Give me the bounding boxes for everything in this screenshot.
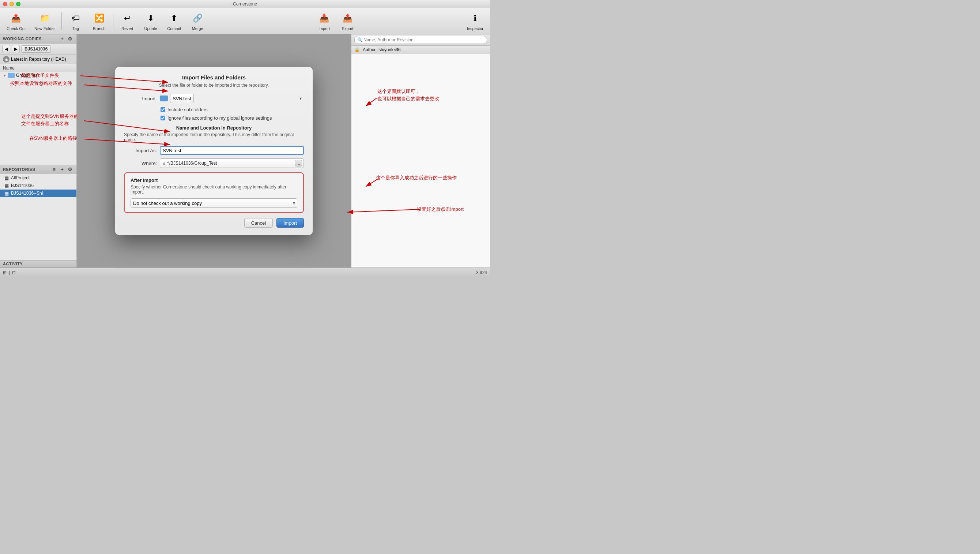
maximize-button[interactable] [16,2,21,6]
include-subfolders-checkbox[interactable] [161,107,165,112]
import-as-input[interactable] [160,146,304,155]
update-button[interactable]: ⬇ Update [140,10,162,32]
path-prefix-icon: 🖥 [162,161,165,165]
include-subfolders-label: Include sub-folders [167,107,208,112]
main-layout: WORKING COPIES + ⚙ ◀ ▶ BJS141036 ◉ Lates… [0,34,490,268]
commit-button[interactable]: ⬆ Commit [163,10,185,32]
revert-button[interactable]: ↩ Revert [116,10,138,32]
checkout-label: Check Out [6,26,25,31]
name-location-title: Name and Location in Repository [124,125,304,131]
repo-item-bjs141036-shi[interactable]: ▦ BJS141036--Shi [0,190,76,197]
title-bar: Cornerstone [0,0,490,8]
repositories-label: REPOSITORIES [3,167,35,172]
repo-icon-allproject: ▦ [5,175,9,181]
repo-icon-bjs141036-shi: ▦ [5,191,9,196]
repos-actions: ≡ + ⚙ [51,166,73,173]
newfolder-button[interactable]: 📁 New Folder [31,10,59,32]
branch-icon: 🔀 [92,12,106,25]
repo-name-bjs141036-shi: BJS141036--Shi [11,191,43,196]
ignore-files-row: Ignore files according to my global igno… [161,115,304,121]
repositories-header: REPOSITORIES ≡ + ⚙ [0,165,76,174]
export-icon: 📤 [341,12,354,25]
add-working-copy-button[interactable]: + [59,35,65,42]
after-import-sub: Specify whether Cornerstone should check… [130,184,297,195]
where-field: 🖥 ^/BJS141036/Group_Test … [160,158,304,168]
status-bar: ⊞ | ⊡ 3,924 [0,268,490,277]
window-controls[interactable] [3,2,21,6]
latest-label: Latest in Repository (HEAD) [11,57,66,62]
back-button[interactable]: ◀ [2,45,10,53]
forward-button[interactable]: ▶ [12,45,20,53]
import-select[interactable]: SVNTest [170,94,194,103]
import-button[interactable]: 📥 Import [313,10,335,32]
where-row: Where: 🖥 ^/BJS141036/Group_Test … [124,158,304,168]
latest-repo-bar[interactable]: ◉ Latest in Repository (HEAD) [0,55,76,64]
content-area: Import Files and Folders Select the file… [77,34,351,268]
working-copies-header: WORKING COPIES + ⚙ [0,34,76,43]
add-repo-button[interactable]: + [59,166,65,173]
toolbar-separator-1 [61,13,62,30]
import-field: SVNTest [160,94,304,103]
import-field-label: Import: [124,96,157,101]
activity-header: ACTIVITY [0,260,76,268]
ignore-files-label: Ignore files according to my global igno… [167,115,272,121]
activity-label: ACTIVITY [3,262,23,266]
repo-settings-button[interactable]: ⚙ [67,166,73,173]
checkout-button[interactable]: 📤 Check Out [3,10,29,32]
working-copy-settings-button[interactable]: ⚙ [67,35,73,42]
minimize-button[interactable] [10,2,14,6]
tree-item-group-test[interactable]: ▼ Group_Test [0,72,76,79]
where-path-text: ^/BJS141036/Group_Test [167,161,293,166]
modal-buttons: Cancel Import [124,218,304,228]
tree-arrow-icon: ▼ [3,73,6,78]
revert-label: Revert [121,26,133,31]
status-left: ⊞ | ⊡ [3,270,16,275]
ignore-files-checkbox[interactable] [161,116,165,120]
update-icon: ⬇ [144,12,157,25]
inspector-button[interactable]: ℹ Inspector [463,10,487,32]
import-modal: Import Files and Folders Select the file… [115,67,313,235]
name-location-sub: Specify the name of the imported item in… [124,132,304,142]
after-import-select[interactable]: Do not check out a working copy [130,198,297,208]
close-button[interactable] [3,2,7,6]
export-label: Export [342,26,353,31]
tag-label: Tag [72,26,79,31]
import-as-field [160,146,304,155]
commit-label: Commit [167,26,181,31]
export-button[interactable]: 📤 Export [336,10,358,32]
repos-list-button[interactable]: ≡ [51,166,57,173]
status-icon2[interactable]: ⊡ [12,270,16,275]
after-import-box: After Import Specify whether Cornerstone… [124,172,304,213]
where-label: Where: [124,161,157,166]
author-label: Author [363,47,375,52]
newfolder-icon: 📁 [38,12,51,25]
status-expand-icon[interactable]: ⊞ [3,270,6,275]
search-bar: 🔍 [352,34,490,46]
right-panel: 🔍 🔒 Author shiyunlei36 [351,34,490,268]
after-import-select-wrapper: Do not check out a working copy [130,198,297,208]
where-browse-button[interactable]: … [295,160,302,166]
tag-button[interactable]: 🏷 Tag [65,10,87,32]
folder-icon [8,73,14,78]
cancel-button[interactable]: Cancel [244,218,273,228]
import-as-label: Import As: [124,148,157,153]
inspector-label: Inspector [467,26,484,31]
search-input[interactable] [354,36,487,44]
modal-overlay: Import Files and Folders Select the file… [77,34,351,268]
branch-button[interactable]: 🔀 Branch [88,10,110,32]
import-confirm-button[interactable]: Import [277,218,304,228]
navigation-bar: ◀ ▶ BJS141036 [0,43,76,55]
import-icon: 📥 [317,12,331,25]
lock-icon: 🔒 [354,47,360,52]
repo-item-allproject[interactable]: ▦ AllProject [0,174,76,182]
status-count-value: 3,924 [476,270,487,275]
repo-icon-bjs141036: ▦ [5,183,9,188]
inspector-icon: ℹ [468,12,482,25]
newfolder-label: New Folder [34,26,55,31]
repo-item-bjs141036[interactable]: ▦ BJS141036 [0,182,76,190]
modal-title: Import Files and Folders [124,74,304,80]
revert-icon: ↩ [121,12,134,25]
status-separator: | [9,270,10,275]
update-label: Update [144,26,157,31]
merge-button[interactable]: 🔗 Merge [186,10,208,32]
